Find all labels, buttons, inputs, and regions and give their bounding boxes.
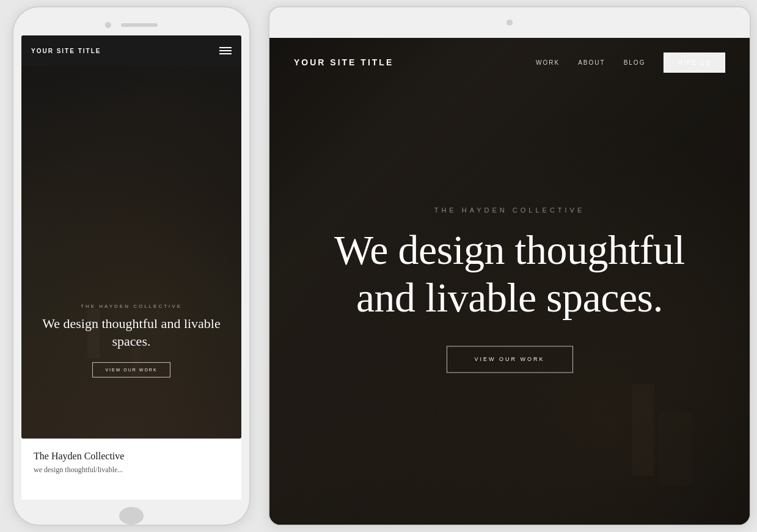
desktop-site-title: YOUR SITE TITLE — [294, 57, 393, 67]
nav-work-link[interactable]: WORK — [536, 59, 560, 66]
desktop-top-bar — [269, 7, 750, 38]
hamburger-line-3 — [219, 53, 232, 54]
mobile-top-bar — [13, 7, 249, 35]
mobile-home-button[interactable] — [119, 507, 144, 525]
nav-about-link[interactable]: ABOUT — [578, 59, 605, 66]
desktop-hero-content: THE HAYDEN COLLECTIVE We design thoughtf… — [269, 206, 750, 373]
mobile-hero-subtitle: THE HAYDEN COLLECTIVE — [34, 304, 229, 309]
desktop-screen: YOUR SITE TITLE WORK ABOUT BLOG HIRE US … — [269, 38, 750, 525]
desktop-cta-button[interactable]: VIEW OUR WORK — [447, 346, 573, 373]
nav-blog-link[interactable]: BLOG — [624, 59, 646, 66]
mobile-bottom-card: The Hayden Collective we design thoughtf… — [21, 439, 241, 500]
mobile-screen: YOUR SITE TITLE THE HAYDEN COLLECTIVE We… — [21, 35, 241, 439]
mobile-card-title: The Hayden Collective — [34, 451, 229, 462]
mobile-site-title: YOUR SITE TITLE — [31, 48, 101, 54]
mobile-device-frame: YOUR SITE TITLE THE HAYDEN COLLECTIVE We… — [12, 6, 251, 526]
mobile-card-subtitle: we design thoughtful/livable... — [34, 465, 229, 475]
mobile-hero-content: THE HAYDEN COLLECTIVE We design thoughtf… — [21, 304, 241, 377]
mobile-speaker — [121, 23, 158, 27]
mobile-cta-button[interactable]: VIEW OUR WORK — [92, 362, 170, 377]
mobile-camera — [105, 22, 111, 28]
mobile-hero-overlay — [21, 35, 241, 439]
desktop-nav-links: WORK ABOUT BLOG HIRE US — [536, 53, 725, 73]
mobile-header: YOUR SITE TITLE — [21, 35, 241, 66]
hire-us-button[interactable]: HIRE US — [664, 53, 725, 73]
desktop-heading-line2: and livable spaces. — [356, 274, 663, 321]
desktop-nav: YOUR SITE TITLE WORK ABOUT BLOG HIRE US — [269, 38, 750, 87]
hamburger-line-2 — [219, 50, 232, 51]
desktop-device-frame: YOUR SITE TITLE WORK ABOUT BLOG HIRE US … — [268, 6, 751, 526]
desktop-camera — [506, 20, 513, 26]
mobile-hero-heading: We design thoughtful and livable spaces. — [34, 315, 229, 350]
mobile-menu-button[interactable] — [219, 47, 232, 54]
desktop-hero-heading: We design thoughtful and livable spaces. — [294, 226, 725, 321]
hamburger-line-1 — [219, 47, 232, 48]
desktop-heading-line1: We design thoughtful — [334, 227, 685, 273]
desktop-hero-subtitle: THE HAYDEN COLLECTIVE — [294, 206, 725, 214]
